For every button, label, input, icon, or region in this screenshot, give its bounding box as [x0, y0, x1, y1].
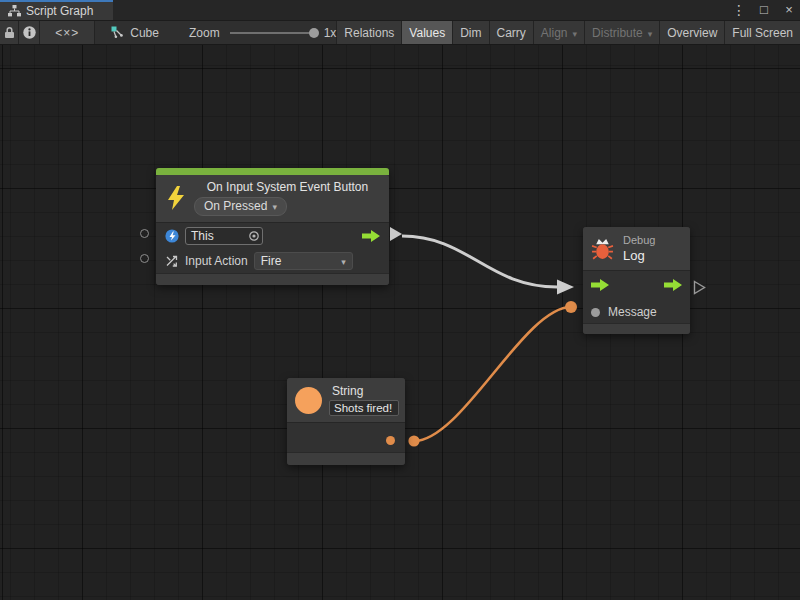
window-controls: ⋮ □ ×	[732, 0, 796, 20]
fullscreen-label: Full Screen	[732, 26, 793, 40]
trigger-output-port[interactable]	[362, 230, 380, 242]
value-wire-source-dot[interactable]	[408, 435, 419, 446]
string-node-title: String	[332, 384, 399, 398]
align-button[interactable]: Align ▾	[534, 21, 585, 44]
tab-script-graph[interactable]: Script Graph	[0, 0, 113, 20]
debug-node-category: Debug	[623, 234, 655, 246]
string-node-footer	[287, 452, 405, 465]
string-node-body	[287, 422, 405, 452]
graph-pointer-icon	[111, 26, 124, 39]
target-object-label[interactable]: Cube	[130, 26, 159, 40]
zoom-label: Zoom	[189, 26, 220, 40]
message-port-label: Message	[608, 305, 657, 319]
carry-label: Carry	[497, 26, 526, 40]
lightning-bolt-icon	[166, 185, 186, 211]
relations-label: Relations	[344, 26, 394, 40]
string-type-icon	[295, 387, 322, 414]
relations-button[interactable]: Relations	[337, 21, 402, 44]
message-input-port[interactable]	[591, 308, 600, 317]
value-wire-target-dot[interactable]	[565, 301, 577, 313]
zoom-slider-handle[interactable]	[309, 28, 319, 38]
code-x-icon: <×>	[55, 26, 79, 40]
zoom-control: Zoom 1x	[189, 26, 336, 40]
input-action-value: Fire	[261, 254, 282, 268]
lock-button[interactable]	[0, 21, 19, 44]
flow-input-port[interactable]	[591, 279, 609, 294]
input-action-icon	[165, 254, 179, 268]
input-action-dropdown[interactable]: Fire ▾	[254, 252, 353, 270]
string-node[interactable]: String Shots fired!	[287, 378, 405, 465]
info-icon	[23, 26, 36, 39]
toolbar-middle: Cube Zoom 1x	[95, 21, 337, 44]
this-port-icon	[165, 229, 179, 243]
script-graph-window: Script Graph ⋮ □ × <×>	[0, 0, 800, 600]
this-input-port[interactable]	[140, 229, 149, 238]
event-node-footer	[156, 273, 389, 285]
this-port-row: This	[156, 223, 389, 248]
input-action-port-row: Input Action Fire ▾	[156, 248, 389, 273]
debug-flow-row	[583, 271, 690, 301]
bug-icon	[591, 237, 614, 260]
value-wire[interactable]	[414, 307, 571, 441]
string-output-port[interactable]	[386, 436, 395, 445]
event-node-header: On Input System Event Button On Pressed …	[156, 175, 389, 222]
debug-node-body: Message	[583, 270, 690, 323]
values-button[interactable]: Values	[402, 21, 453, 44]
message-port-row: Message	[583, 301, 690, 323]
window-menu-icon[interactable]: ⋮	[732, 0, 746, 20]
debug-log-node[interactable]: Debug Log	[583, 227, 690, 334]
overview-button[interactable]: Overview	[660, 21, 725, 44]
debug-node-footer	[583, 323, 690, 334]
string-value-input[interactable]: Shots fired!	[329, 400, 399, 416]
close-icon[interactable]: ×	[782, 0, 796, 20]
tab-bar: Script Graph ⋮ □ ×	[0, 0, 800, 20]
this-object-field[interactable]: This	[185, 227, 263, 245]
input-action-input-port[interactable]	[140, 254, 149, 263]
graph-toolbar: <×> Cube Zoom 1x Relations Value	[0, 20, 800, 45]
tab-title: Script Graph	[26, 4, 93, 18]
chevron-down-icon: ▾	[272, 202, 277, 212]
dim-button[interactable]: Dim	[453, 21, 489, 44]
chevron-down-icon: ▾	[648, 28, 653, 38]
flow-output-port[interactable]	[664, 279, 682, 294]
graph-icon	[8, 5, 21, 17]
values-label: Values	[409, 26, 445, 40]
fullscreen-button[interactable]: Full Screen	[725, 21, 800, 44]
debug-node-name: Log	[623, 248, 655, 263]
distribute-label: Distribute	[592, 26, 643, 40]
control-wire-arrowhead	[557, 280, 574, 295]
event-type-dropdown[interactable]: On Pressed ▾	[194, 197, 287, 216]
zoom-value: 1x	[324, 26, 337, 40]
object-picker-icon[interactable]	[248, 230, 260, 242]
string-node-header: String Shots fired!	[287, 378, 405, 422]
align-label: Align	[541, 26, 568, 40]
chevron-down-icon: ▾	[573, 28, 578, 38]
zoom-slider[interactable]	[230, 32, 318, 34]
lock-icon	[4, 26, 15, 39]
dim-label: Dim	[460, 26, 481, 40]
edit-graph-button[interactable]: <×>	[40, 21, 95, 44]
debug-node-header: Debug Log	[583, 227, 690, 270]
trigger-out-connector[interactable]	[390, 227, 402, 241]
input-action-label: Input Action	[185, 254, 248, 268]
event-node-title: On Input System Event Button	[194, 180, 381, 194]
overview-label: Overview	[667, 26, 717, 40]
this-field-value: This	[191, 229, 214, 243]
maximize-icon[interactable]: □	[757, 0, 771, 20]
event-node-accent-strip	[156, 168, 389, 175]
carry-button[interactable]: Carry	[490, 21, 534, 44]
event-node-body: This	[156, 222, 389, 273]
inspect-button[interactable]	[19, 21, 40, 44]
flow-out-connector[interactable]	[693, 280, 706, 295]
chevron-down-icon: ▾	[341, 256, 346, 266]
event-type-value: On Pressed	[204, 199, 267, 213]
distribute-button[interactable]: Distribute ▾	[585, 21, 660, 44]
graph-canvas[interactable]: On Input System Event Button On Pressed …	[0, 45, 800, 600]
event-node[interactable]: On Input System Event Button On Pressed …	[156, 168, 389, 285]
control-wire[interactable]	[402, 236, 557, 287]
